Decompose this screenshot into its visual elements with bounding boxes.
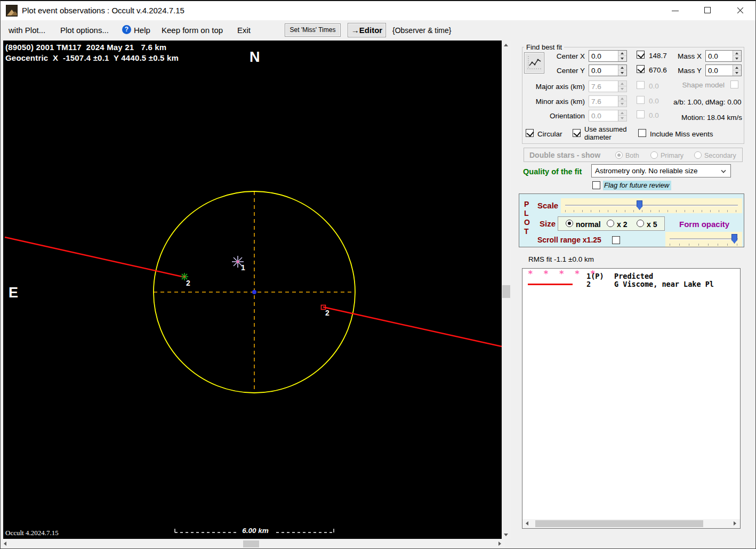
fit-chart-icon — [526, 55, 542, 71]
major-axis-fit-checkbox — [637, 81, 645, 89]
minimize-button[interactable] — [666, 4, 685, 17]
legend-line-sample-solid — [528, 284, 573, 285]
flag-review-checkbox[interactable] — [592, 181, 600, 189]
help-icon[interactable]: ? — [122, 25, 131, 34]
minor-axis-fit-checkbox — [637, 96, 645, 104]
form-opacity-label: Form opacity — [679, 220, 729, 229]
form-opacity-slider-thumb[interactable] — [731, 234, 737, 244]
legend-entry-id[interactable]: 1(P) — [586, 272, 604, 280]
fit-y-checkbox[interactable] — [637, 65, 645, 73]
marker1-number: 1 — [241, 263, 245, 272]
north-label: N — [250, 49, 260, 66]
spin-up-icon[interactable] — [733, 51, 741, 56]
minimize-icon — [672, 11, 679, 11]
plot-version-label: Occult 4.2024.7.15 — [5, 529, 59, 537]
legend-entry-id[interactable]: 2 — [586, 280, 591, 288]
scale-bar-label: 6.00 km — [237, 527, 274, 535]
minor-axis-spinner: 7.6 — [589, 95, 627, 107]
scale-slider[interactable] — [561, 198, 742, 213]
fit-x-checkbox[interactable] — [637, 51, 645, 59]
include-miss-events-checkbox[interactable] — [638, 129, 646, 137]
menu-help[interactable]: Help — [134, 26, 150, 35]
set-miss-times-button[interactable]: Set 'Miss' Times — [285, 23, 341, 37]
orientation-fit-checkbox — [637, 110, 645, 118]
spin-down-icon[interactable] — [733, 56, 741, 61]
center-y-value[interactable]: 0.0 — [591, 67, 601, 75]
legend-hscroll-thumb[interactable] — [535, 520, 703, 527]
center-y-label: Center Y — [550, 67, 585, 75]
scroll-right-icon[interactable] — [734, 521, 736, 526]
mass-x-value[interactable]: 0.0 — [708, 52, 718, 60]
spin-down-icon[interactable] — [733, 70, 741, 76]
plot-hscroll-thumb[interactable] — [243, 540, 259, 547]
minor-axis-value: 7.6 — [591, 98, 601, 106]
shape-model-checkbox — [730, 80, 738, 88]
center-x-value[interactable]: 0.0 — [591, 52, 601, 60]
scroll-right-icon[interactable] — [498, 542, 501, 546]
double-stars-both-radio — [615, 151, 623, 159]
quality-of-fit-label: Quality of the fit — [523, 167, 582, 176]
chord-segment-pre — [5, 237, 184, 277]
use-assumed-label-line1: Use assumed — [584, 125, 626, 133]
menu-exit[interactable]: Exit — [237, 26, 251, 35]
occultation-plot-canvas[interactable]: (89050) 2001 TM117 2024 May 21 7.6 km Ge… — [3, 41, 502, 539]
spin-up-icon[interactable] — [618, 65, 626, 70]
use-assumed-diameter-checkbox[interactable] — [573, 129, 581, 137]
scale-slider-thumb[interactable] — [637, 200, 642, 210]
mass-x-label: Mass X — [672, 52, 702, 60]
legend-entry-name[interactable]: Predicted — [614, 272, 653, 280]
scroll-left-icon[interactable] — [526, 521, 528, 526]
mass-x-spinner[interactable]: 0.0 — [705, 50, 742, 62]
spin-up-icon[interactable] — [618, 51, 626, 56]
scale-slider-label: Scale — [537, 201, 558, 210]
marker2-left-number: 2 — [186, 279, 190, 287]
quality-of-fit-value: Astrometry only. No reliable size — [595, 167, 698, 175]
mass-y-value[interactable]: 0.0 — [708, 67, 718, 75]
fit-y-value-label: 670.6 — [649, 66, 667, 74]
run-fit-button[interactable] — [524, 52, 544, 74]
menu-keep-on-top[interactable]: Keep form on top — [162, 26, 223, 35]
plot-title-line2: Geocentric X -1507.4 ±0.1 Y 4440.5 ±0.5 … — [5, 53, 179, 62]
window-title: Plot event observations : Occult v.4.202… — [22, 6, 184, 15]
mass-y-label: Mass Y — [672, 67, 702, 75]
scroll-left-icon[interactable] — [4, 542, 6, 546]
editor-button[interactable]: →Editor — [348, 23, 386, 37]
double-stars-both-label: Both — [625, 152, 639, 159]
flag-review-label: Flag for future review — [603, 181, 671, 190]
spin-up-icon[interactable] — [733, 65, 741, 70]
plot-horizontal-scrollbar[interactable] — [1, 539, 505, 548]
application-window: Plot event observations : Occult v.4.202… — [0, 0, 756, 549]
maximize-button[interactable] — [699, 4, 717, 17]
circular-label: Circular — [537, 130, 562, 138]
spin-down-icon[interactable] — [618, 70, 626, 76]
center-y-spinner[interactable]: 0.0 — [589, 64, 627, 76]
size-normal-radio[interactable] — [566, 220, 573, 227]
circular-checkbox[interactable] — [526, 129, 534, 137]
double-stars-group: Double stars - show Both Primary Seconda… — [524, 148, 743, 162]
observer-legend-list[interactable]: * * * * * 1(P) Predicted 2 G Viscome, ne… — [522, 268, 741, 529]
observer-time-label: {Observer & time} — [392, 26, 452, 35]
rms-fit-label: RMS fit -1.1 ±0.0 km — [528, 255, 594, 263]
size-x2-radio[interactable] — [607, 220, 614, 227]
scroll-up-icon[interactable] — [504, 44, 508, 46]
legend-entry-name[interactable]: G Viscome, near Lake Pl — [614, 280, 714, 288]
close-button[interactable] — [731, 4, 749, 17]
menu-with-plot[interactable]: with Plot... — [9, 26, 45, 35]
scroll-range-checkbox[interactable] — [612, 236, 620, 244]
form-opacity-slider[interactable] — [665, 232, 742, 247]
motion-label: Motion: 18.04 km/s — [681, 114, 742, 122]
double-stars-secondary-radio — [694, 151, 702, 159]
spin-down-icon[interactable] — [618, 56, 626, 61]
include-miss-events-label: Include Miss events — [650, 130, 713, 138]
scroll-down-icon[interactable] — [504, 534, 508, 536]
plot-vertical-scrollbar[interactable] — [502, 41, 511, 539]
size-x5-radio[interactable] — [637, 220, 644, 227]
center-x-spinner[interactable]: 0.0 — [589, 50, 627, 62]
quality-of-fit-dropdown[interactable]: Astrometry only. No reliable size — [591, 164, 731, 177]
orientation-spinner: 0.0 — [589, 110, 627, 122]
legend-horizontal-scrollbar[interactable] — [522, 519, 740, 528]
mass-y-spinner[interactable]: 0.0 — [705, 64, 742, 76]
plot-vscroll-thumb[interactable] — [502, 285, 510, 298]
menu-plot-options[interactable]: Plot options... — [60, 26, 109, 35]
ab-dmag-label: a/b: 1.00, dMag: 0.00 — [673, 98, 742, 106]
